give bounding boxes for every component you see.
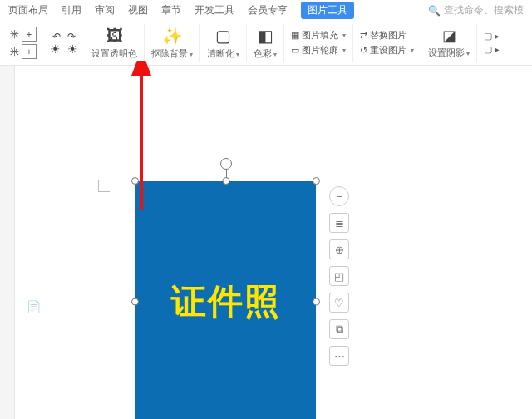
replace-reset-group: ⇄ 替换图片 ↺ 重设图片 [353, 24, 421, 62]
color-icon: ◧ [258, 26, 273, 46]
outline-button[interactable]: ▭ 图片轮廓 [291, 44, 346, 57]
replace-button[interactable]: ⇄ 替换图片 [360, 29, 414, 42]
more-1-button[interactable]: ▢ ▸ [484, 31, 500, 42]
copy-button[interactable]: ⧉ [329, 319, 349, 339]
tab-vip[interactable]: 会员专享 [248, 3, 288, 17]
document-canvas[interactable]: 📄 证件照 − ≣ ⊕ ◰ ♡ ⧉ ⋯ [0, 66, 532, 419]
sharpen-icon: ▢ [215, 26, 231, 46]
tab-review[interactable]: 审阅 [95, 3, 115, 17]
resize-handle-ml[interactable] [131, 298, 139, 306]
tab-section[interactable]: 章节 [161, 3, 181, 17]
image-side-toolbar: − ≣ ⊕ ◰ ♡ ⧉ ⋯ [329, 186, 349, 366]
resize-handle-tl[interactable] [131, 177, 139, 185]
transparent-label: 设置透明色 [91, 47, 137, 60]
transparent-icon: 🖼 [106, 27, 123, 46]
remove-bg-label: 抠除背景 [151, 47, 193, 60]
magic-wand-icon: ✨ [162, 26, 183, 46]
more-button[interactable]: ⋯ [329, 346, 349, 366]
color-label: 色彩 [254, 47, 277, 60]
sharpen-group[interactable]: ▢ 清晰化 [200, 24, 247, 62]
page-doc-icon[interactable]: 📄 [27, 300, 41, 313]
idea-button[interactable]: ♡ [329, 293, 349, 313]
rotate-handle[interactable] [220, 158, 232, 170]
collapse-button[interactable]: − [329, 186, 349, 206]
menu-tabs: 页面布局 引用 审阅 视图 章节 开发工具 会员专享 图片工具 🔍 查找命令、搜… [0, 0, 532, 22]
rotate-left-icon[interactable]: ↶ [52, 31, 61, 42]
remove-bg-group[interactable]: ✨ 抠除背景 [145, 24, 200, 62]
resize-handle-tm[interactable] [222, 177, 229, 185]
tab-picture-tools[interactable]: 图片工具 [301, 2, 354, 19]
resize-handle-mr[interactable] [313, 298, 320, 306]
color-group[interactable]: ◧ 色彩 [247, 24, 284, 62]
tab-devtools[interactable]: 开发工具 [195, 3, 234, 17]
id-photo-text: 证件照 [171, 279, 281, 325]
tab-view[interactable]: 视图 [128, 3, 148, 17]
height-field[interactable]: 米+ [10, 27, 37, 42]
fill-button[interactable]: ▦ 图片填充 [291, 29, 346, 42]
selected-image[interactable]: 证件照 [135, 181, 316, 419]
shadow-group[interactable]: ◪ 设置阴影 [421, 24, 477, 62]
layout-options-button[interactable]: ≣ [329, 213, 349, 233]
tab-reference[interactable]: 引用 [62, 3, 81, 17]
fill-outline-group: ▦ 图片填充 ▭ 图片轮廓 [284, 24, 353, 62]
margin-corner-icon [98, 180, 110, 192]
sharpen-label: 清晰化 [207, 47, 239, 60]
brightness-up-icon[interactable] [67, 42, 78, 56]
more-group: ▢ ▸ ▢ ▸ [477, 24, 506, 62]
rotate-right-icon[interactable]: ↷ [67, 31, 76, 42]
zoom-button[interactable]: ⊕ [329, 239, 349, 259]
search-placeholder: 查找命令、搜索模 [444, 3, 524, 17]
tab-layout[interactable]: 页面布局 [8, 3, 48, 17]
crop-button[interactable]: ◰ [329, 266, 349, 286]
more-2-button[interactable]: ▢ ▸ [484, 44, 500, 55]
rotate-brightness-group: ↶↷ [43, 24, 85, 62]
shadow-label: 设置阴影 [428, 47, 470, 59]
search-box[interactable]: 🔍 查找命令、搜索模 [428, 3, 524, 17]
shadow-icon: ◪ [442, 27, 456, 45]
transparent-group[interactable]: 🖼 设置透明色 [85, 24, 145, 62]
size-group: 米+ 米+ [3, 24, 43, 62]
width-field[interactable]: 米+ [10, 44, 37, 59]
ribbon: 米+ 米+ ↶↷ 🖼 设置透明色 ✨ 抠除背景 ▢ 清晰化 ◧ 色彩 ▦ 图片填… [0, 22, 532, 66]
brightness-down-icon[interactable] [50, 42, 61, 56]
id-photo-image[interactable]: 证件照 [135, 181, 316, 419]
search-icon: 🔍 [428, 5, 441, 17]
page-gutter [0, 66, 15, 419]
reset-button[interactable]: ↺ 重设图片 [360, 44, 414, 57]
resize-handle-tr[interactable] [313, 177, 320, 185]
